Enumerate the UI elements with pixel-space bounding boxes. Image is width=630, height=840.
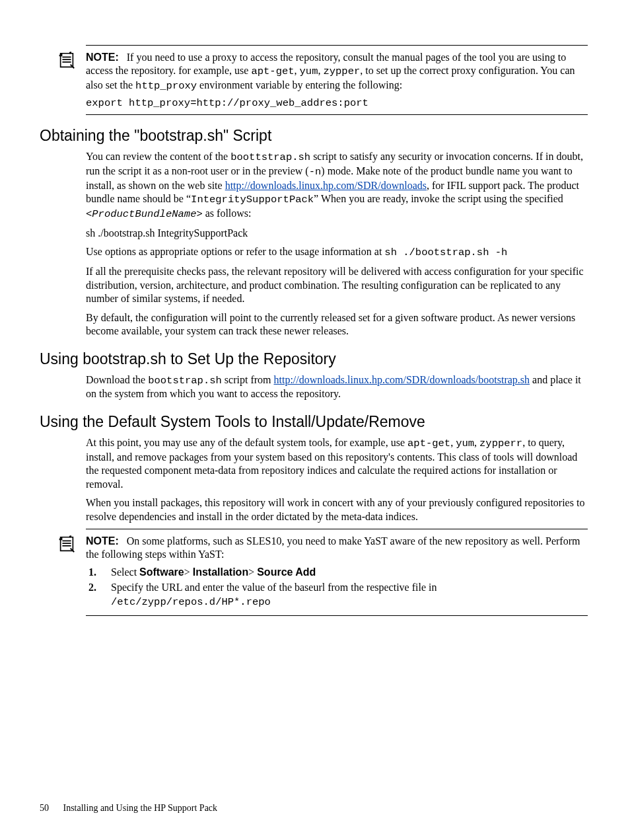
page-footer: 50 Installing and Using the HP Support P… <box>40 803 217 814</box>
yast-steps: 1. Select Software> Installation> Source… <box>86 566 588 609</box>
note-label: NOTE: <box>86 52 119 63</box>
link-bootstrap-sh[interactable]: http://downloads.linux.hp.com/SDR/downlo… <box>273 374 530 385</box>
chapter-title: Installing and Using the HP Support Pack <box>63 803 218 813</box>
note-label: NOTE: <box>86 535 119 547</box>
heading-using-bootstrap: Using bootstrap.sh to Set Up the Reposit… <box>40 350 588 368</box>
heading-obtaining-script: Obtaining the "bootstrap.sh" Script <box>40 127 588 145</box>
note-block-yast: NOTE: On some platforms, such as SLES10,… <box>86 529 588 616</box>
para: Download the bootstrap.sh script from ht… <box>86 373 588 401</box>
note-icon <box>57 51 77 71</box>
para: By default, the configuration will point… <box>86 311 588 338</box>
note-command: export http_proxy=http://proxy_web_addre… <box>86 97 588 109</box>
section-obtaining-body: You can review the content of the bootts… <box>86 150 588 338</box>
para: Use options as appropriate options or re… <box>86 245 588 260</box>
para-command: sh ./bootstrap.sh IntegritySupportPack <box>86 227 588 240</box>
section-default-tools-body: At this point, you may use any of the de… <box>86 436 588 523</box>
page-number: 50 <box>40 803 49 813</box>
note-icon <box>57 535 77 554</box>
note-text: NOTE: On some platforms, such as SLES10,… <box>86 535 588 562</box>
step-2: 2. Specify the URL and enter the value o… <box>86 581 588 609</box>
para: You can review the content of the bootts… <box>86 150 588 221</box>
section-using-bootstrap-body: Download the bootstrap.sh script from ht… <box>86 373 588 401</box>
note-text: NOTE: If you need to use a proxy to acce… <box>86 51 588 93</box>
para: At this point, you may use any of the de… <box>86 436 588 491</box>
para: When you install packages, this reposito… <box>86 496 588 523</box>
para: If all the prerequisite checks pass, the… <box>86 265 588 305</box>
link-sdr-downloads[interactable]: http://downloads.linux.hp.com/SDR/downlo… <box>225 180 427 191</box>
heading-default-tools: Using the Default System Tools to Instal… <box>40 413 588 431</box>
step-1: 1. Select Software> Installation> Source… <box>86 566 588 580</box>
note-block-proxy: NOTE: If you need to use a proxy to acce… <box>86 45 588 115</box>
